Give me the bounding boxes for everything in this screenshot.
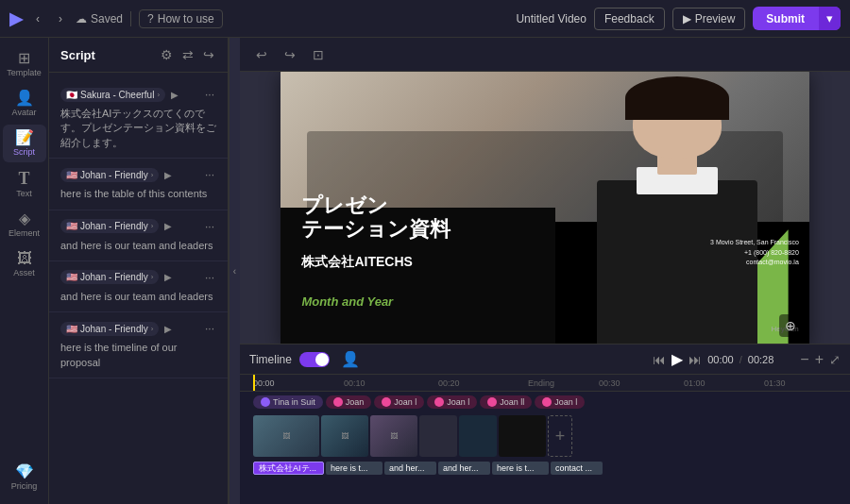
video-contact-info: 3 Movio Street, San Francisco +1 (800) 8… [710, 238, 799, 268]
settings-button[interactable]: ⚙ [159, 45, 175, 64]
element-icon: ◈ [19, 211, 30, 227]
more-options-button[interactable]: ··· [203, 86, 216, 103]
zoom-in-button[interactable]: + [815, 351, 824, 368]
avatar-clip-joan-1[interactable]: Joan [326, 395, 372, 409]
media-clip-4[interactable] [419, 415, 457, 457]
voice-name: Johan - Friendly [80, 221, 148, 231]
flag-icon: 🇺🇸 [66, 221, 77, 231]
avatar-icon-small[interactable]: 👤 [341, 350, 360, 368]
translate-button[interactable]: ⇄ [180, 45, 196, 64]
text-clip-3[interactable]: and her... [384, 462, 436, 475]
skip-forward-button[interactable]: ⏭ [688, 352, 702, 367]
avatar-clip-joan-4[interactable]: Joan ll [480, 395, 532, 409]
more-options-button[interactable]: ··· [203, 218, 216, 235]
avatar-clip-joan-5[interactable]: Joan l [535, 395, 585, 409]
list-item: 🇺🇸 Johan - Friendly › ▶ ··· and here is … [49, 261, 228, 312]
cloud-icon: ☁ [76, 12, 87, 25]
icon-sidebar: ⊞ Template 👤 Avatar 📝 Script T Text ◈ El… [0, 38, 49, 504]
more-options-button[interactable]: ··· [203, 166, 216, 183]
sidebar-item-avatar[interactable]: 👤 Avatar [3, 85, 46, 123]
add-clip-button[interactable]: + [548, 415, 572, 457]
text-icon: T [18, 170, 29, 187]
saved-status: ☁ Saved [76, 12, 123, 25]
script-item-header: 🇺🇸 Johan - Friendly › ▶ ··· [60, 166, 216, 183]
toggle-switch[interactable] [299, 352, 330, 367]
add-script-button[interactable]: ↪ [201, 45, 216, 64]
script-item-header: 🇯🇵 Sakura - Cheerful › ▶ ··· [60, 86, 216, 103]
avatar-clip-joan-3[interactable]: Joan l [427, 395, 477, 409]
play-script-button[interactable]: ▶ [169, 88, 180, 102]
text-clip-1[interactable]: 株式会社AIテ... [253, 462, 324, 475]
script-text: and here is our team and leaders [60, 239, 216, 253]
sidebar-item-element[interactable]: ◈ Element [3, 206, 46, 244]
chevron-icon: › [157, 91, 160, 99]
main-content: ⊞ Template 👤 Avatar 📝 Script T Text ◈ El… [0, 38, 850, 504]
media-clip-1[interactable]: 🖼 [253, 415, 319, 457]
howto-button[interactable]: ? How to use [139, 9, 223, 28]
text-clip-6[interactable]: contact ... [551, 462, 603, 475]
ruler-mark-1: 00:10 [344, 378, 366, 388]
skip-back-button[interactable]: ⏮ [653, 352, 666, 367]
panel-collapse-button[interactable]: ‹ [229, 38, 240, 504]
submit-dropdown-button[interactable]: ▾ [818, 7, 841, 30]
fullscreen-button[interactable]: ⊡ [308, 44, 329, 65]
list-item: 🇺🇸 Johan - Friendly › ▶ ··· and here is … [49, 210, 228, 261]
more-options-button[interactable]: ··· [203, 269, 216, 286]
play-script-button[interactable]: ▶ [162, 219, 174, 233]
avatar-clip-tina[interactable]: Tina in Suit [253, 395, 323, 409]
preview-button[interactable]: ▶ Preview [672, 8, 746, 30]
forward-button[interactable]: › [53, 9, 68, 28]
script-item-header: 🇺🇸 Johan - Friendly › ▶ ··· [60, 320, 216, 337]
fit-button[interactable]: ⤢ [829, 352, 841, 367]
avatar-dot [333, 397, 343, 407]
media-clip-6[interactable] [499, 415, 546, 457]
video-title: Untitled Video [516, 12, 586, 25]
feedback-button[interactable]: Feedback [594, 8, 665, 30]
timeline-controls: ⏮ ▶ ⏭ 00:00 / 00:28 − + ⤢ [653, 350, 841, 368]
back-button[interactable]: ‹ [30, 9, 45, 28]
voice-name: Johan - Friendly [80, 272, 148, 282]
topbar-left: ▶ ‹ › ☁ Saved ? How to use [9, 8, 508, 29]
undo-button[interactable]: ↩ [251, 44, 272, 65]
playhead-indicator [253, 375, 255, 391]
voice-selector[interactable]: 🇺🇸 Johan - Friendly › [60, 270, 159, 284]
avatar-dot [487, 397, 497, 407]
media-clip-5[interactable] [459, 415, 497, 457]
sidebar-item-pricing[interactable]: 💎 Pricing [3, 459, 46, 496]
avatar-dot [382, 397, 391, 407]
script-text: here is the table of this contents [60, 187, 216, 201]
script-item-header: 🇺🇸 Johan - Friendly › ▶ ··· [60, 269, 216, 286]
video-month-year: Month and Year [301, 294, 393, 309]
text-clip-5[interactable]: here is t... [492, 462, 549, 475]
media-clip-2[interactable]: 🖼 [321, 415, 368, 457]
media-clip-3[interactable]: 🖼 [370, 415, 417, 457]
canvas-toolbar: ↩ ↪ ⊡ [240, 38, 850, 72]
sidebar-item-template[interactable]: ⊞ Template [3, 45, 46, 83]
text-clip-2[interactable]: here is t... [326, 462, 382, 475]
app-logo: ▶ [9, 8, 23, 29]
chevron-icon: › [151, 273, 154, 281]
sidebar-item-text[interactable]: T Text [3, 164, 46, 204]
text-clip-4[interactable]: and her... [438, 462, 490, 475]
sidebar-item-asset[interactable]: 🖼 Asset [3, 245, 46, 283]
play-pause-button[interactable]: ▶ [672, 350, 683, 368]
voice-selector[interactable]: 🇯🇵 Sakura - Cheerful › [60, 88, 165, 102]
list-item: 🇺🇸 Johan - Friendly › ▶ ··· here is the … [49, 312, 228, 378]
voice-selector[interactable]: 🇺🇸 Johan - Friendly › [60, 168, 159, 182]
play-script-button[interactable]: ▶ [162, 168, 174, 182]
avatar-person [577, 72, 778, 344]
timeline-toggle[interactable] [299, 352, 330, 367]
voice-selector[interactable]: 🇺🇸 Johan - Friendly › [60, 322, 159, 336]
zoom-out-button[interactable]: − [800, 351, 808, 368]
zoom-button[interactable]: ⊕ [779, 314, 802, 337]
sidebar-item-script[interactable]: 📝 Script [3, 125, 46, 162]
timeline-area: Timeline 👤 ⏮ ▶ ⏭ 00:00 / 00:28 − + [240, 344, 850, 504]
redo-button[interactable]: ↪ [280, 44, 300, 65]
play-script-button[interactable]: ▶ [162, 270, 174, 284]
avatar-clip-joan-2[interactable]: Joan l [374, 395, 424, 409]
more-options-button[interactable]: ··· [203, 320, 216, 337]
video-main-text: プレゼン テーション資料 [301, 194, 450, 240]
voice-selector[interactable]: 🇺🇸 Johan - Friendly › [60, 219, 159, 233]
submit-button[interactable]: Submit [753, 8, 818, 30]
play-script-button[interactable]: ▶ [162, 322, 174, 336]
